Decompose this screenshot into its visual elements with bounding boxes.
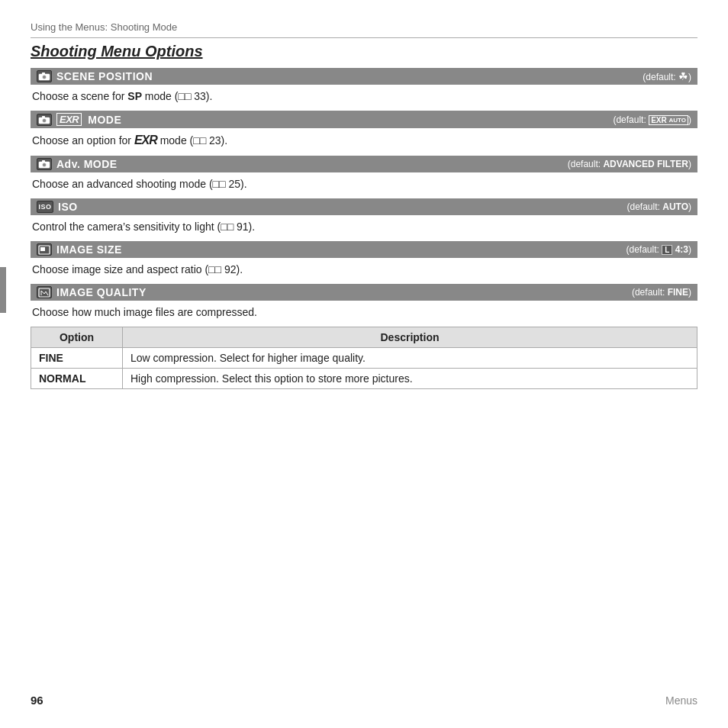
image-size-body: Choose image size and aspect ratio (□□ 9… [31, 261, 697, 278]
image-size-icon [37, 243, 52, 256]
svg-rect-5 [42, 116, 45, 118]
options-table: Option Description FINE Low compression.… [31, 327, 697, 389]
svg-rect-2 [42, 72, 45, 74]
section-header-left-exr: EXR MODE [37, 113, 121, 126]
image-quality-label: IMAGE QUALITY [56, 286, 147, 298]
svg-rect-11 [39, 288, 50, 297]
image-quality-icon [37, 286, 52, 298]
exr-mode-default: (default: EXR AUTO) [613, 114, 691, 125]
adv-mode-body: Choose an advanced shooting mode (□□ 25)… [31, 176, 697, 192]
section-header-left-imgsize: IMAGE SIZE [37, 243, 122, 256]
section-header-left: SCENE POSITION [37, 70, 153, 82]
iso-body: Control the camera’s sensitivity to ligh… [31, 218, 697, 235]
svg-rect-8 [42, 160, 45, 162]
image-size-default: (default: L 4:3) [627, 244, 692, 255]
table-cell-option-normal: NORMAL [31, 369, 123, 389]
section-exr-mode: EXR MODE (default: EXR AUTO) [31, 111, 697, 128]
footer-section-label: Menus [665, 694, 697, 707]
exr-label: EXR [56, 113, 82, 126]
image-quality-body: Choose how much image files are compress… [31, 304, 697, 321]
section-adv-mode: Adv. MODE (default: ADVANCED FILTER) [31, 156, 697, 172]
svg-point-4 [43, 118, 47, 122]
section-image-size: IMAGE SIZE (default: L 4:3) [31, 241, 697, 258]
section-header-left-adv: Adv. MODE [37, 158, 118, 170]
section-image-quality: IMAGE QUALITY (default: FINE) [31, 284, 697, 301]
table-header-description: Description [123, 327, 697, 348]
table-cell-desc-normal: High compression. Select this option to … [123, 369, 697, 389]
svg-rect-10 [40, 247, 45, 251]
image-quality-default: (default: FINE) [632, 287, 691, 298]
scene-position-body: Choose a scene for SP mode (□□ 33). [31, 88, 697, 105]
scene-position-label: SCENE POSITION [56, 70, 153, 82]
scene-position-default: (default: ☘) [643, 70, 691, 82]
section-iso: ISO ISO (default: AUTO) [31, 198, 697, 215]
svg-point-7 [43, 163, 47, 167]
camera-icon-exr [37, 114, 52, 126]
breadcrumb: Using the Menus: Shooting Mode [31, 21, 697, 38]
table-row: NORMAL High compression. Select this opt… [31, 369, 697, 389]
mode-label: MODE [88, 114, 121, 126]
exr-mode-body: Choose an option for EXR mode (□□ 23). [31, 131, 697, 150]
page-number: 96 [31, 694, 43, 707]
section-scene-position: SCENE POSITION (default: ☘) [31, 68, 697, 85]
image-size-label: IMAGE SIZE [56, 243, 122, 256]
page-footer: 96 Menus [31, 694, 697, 707]
iso-default: (default: AUTO) [627, 201, 691, 212]
iso-icon: ISO [37, 201, 53, 213]
iso-label: ISO [58, 201, 78, 213]
page-title: Shooting Menu Options [31, 43, 697, 60]
table-cell-desc-fine: Low compression. Select for higher image… [123, 348, 697, 369]
svg-point-1 [43, 76, 47, 79]
camera-icon-adv [37, 158, 52, 170]
adv-mode-label: Adv. MODE [56, 158, 118, 170]
table-row: FINE Low compression. Select for higher … [31, 348, 697, 369]
camera-icon [37, 70, 52, 82]
section-header-left-iso: ISO ISO [37, 201, 78, 213]
table-cell-option-fine: FINE [31, 348, 123, 369]
section-header-left-imgqual: IMAGE QUALITY [37, 286, 147, 298]
adv-mode-default: (default: ADVANCED FILTER) [568, 159, 691, 169]
table-header-option: Option [31, 327, 123, 348]
